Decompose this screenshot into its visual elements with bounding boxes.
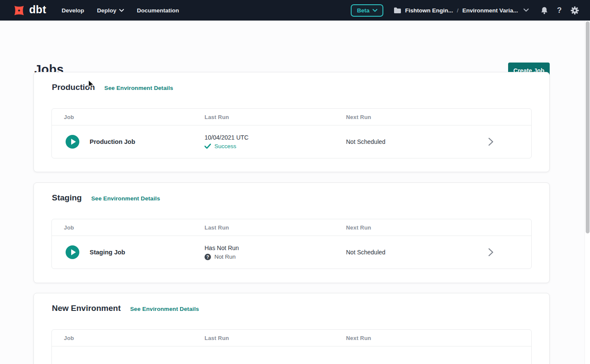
column-header-next-run: Next Run	[346, 219, 371, 236]
success-check-icon	[205, 144, 211, 149]
job-row-production[interactable]: Production Job 10/04/2021 UTC Success No…	[52, 125, 531, 158]
job-name: Staging Job	[90, 236, 125, 269]
jobs-table-header: Job Last Run Next Run	[52, 109, 531, 125]
environment-name: Staging	[52, 193, 82, 203]
see-environment-details-link[interactable]: See Environment Details	[104, 85, 173, 91]
chevron-right-icon[interactable]	[488, 248, 494, 257]
environment-card-new-environment: New Environment See Environment Details …	[33, 293, 550, 364]
empty-jobs-area	[52, 346, 531, 364]
environment-card-production: Production See Environment Details Job L…	[33, 72, 550, 172]
environment-name: New Environment	[52, 304, 120, 313]
play-icon	[71, 139, 76, 145]
jobs-table-header: Job Last Run Next Run	[52, 330, 531, 346]
breadcrumb[interactable]: Fishtown Engin... / Environment Varia...	[394, 7, 529, 14]
beta-dropdown[interactable]: Beta	[351, 4, 383, 17]
main-content: Jobs Create Job Production See Environme…	[0, 21, 590, 364]
nav-item-label: Deploy	[97, 7, 116, 14]
job-row-staging[interactable]: Staging Job Has Not Run ? Not Run Not Sc…	[52, 236, 531, 269]
see-environment-details-link[interactable]: See Environment Details	[130, 306, 199, 312]
run-job-button[interactable]	[66, 135, 79, 149]
chevron-down-icon	[119, 9, 124, 12]
last-run-cell: 10/04/2021 UTC Success	[205, 133, 249, 151]
column-header-last-run: Last Run	[205, 109, 229, 125]
jobs-table: Job Last Run Next Run Staging Job Has No…	[51, 219, 532, 269]
next-run-cell: Not Scheduled	[346, 236, 385, 269]
help-icon[interactable]: ?	[557, 6, 562, 14]
jobs-table-header: Job Last Run Next Run	[52, 219, 531, 236]
column-header-next-run: Next Run	[346, 109, 371, 125]
notifications-bell-icon[interactable]	[541, 6, 548, 15]
scrollbar-track[interactable]	[584, 21, 590, 364]
chevron-right-icon[interactable]	[488, 137, 494, 146]
status-badge: Success	[214, 142, 236, 151]
last-run-cell: Has Not Run ? Not Run	[205, 244, 239, 261]
column-header-last-run: Last Run	[205, 219, 229, 236]
chevron-down-icon	[373, 9, 377, 12]
column-header-last-run: Last Run	[205, 330, 229, 346]
beta-label: Beta	[357, 7, 369, 14]
column-header-job: Job	[64, 109, 74, 125]
see-environment-details-link[interactable]: See Environment Details	[91, 195, 160, 202]
next-run-cell: Not Scheduled	[346, 125, 385, 158]
top-nav: dbt Develop Deploy Documentation Beta	[0, 0, 590, 21]
play-icon	[71, 249, 76, 255]
question-circle-icon: ?	[205, 254, 211, 260]
last-run-date: 10/04/2021 UTC	[205, 133, 249, 142]
column-header-job: Job	[64, 219, 74, 236]
brand-name: dbt	[29, 4, 46, 16]
column-header-next-run: Next Run	[346, 330, 371, 346]
breadcrumb-separator: /	[457, 7, 458, 14]
run-job-button[interactable]	[66, 245, 79, 259]
environment-card-staging: Staging See Environment Details Job Last…	[33, 182, 550, 283]
nav-item-deploy[interactable]: Deploy	[97, 7, 124, 14]
last-run-date: Has Not Run	[205, 244, 239, 252]
breadcrumb-section: Environment Varia...	[462, 7, 518, 14]
breadcrumb-project: Fishtown Engin...	[405, 7, 453, 14]
column-header-job: Job	[64, 330, 74, 346]
chevron-down-icon[interactable]	[524, 9, 529, 12]
environment-name: Production	[52, 83, 95, 92]
scrollbar-thumb[interactable]	[586, 21, 590, 233]
status-badge: Not Run	[214, 253, 236, 261]
jobs-table: Job Last Run Next Run	[51, 329, 532, 364]
job-name: Production Job	[90, 125, 135, 158]
gear-icon[interactable]	[571, 6, 579, 15]
jobs-table: Job Last Run Next Run Production Job 10/…	[51, 108, 532, 158]
nav-item-develop[interactable]: Develop	[62, 7, 84, 14]
nav-item-label: Documentation	[137, 7, 179, 14]
folder-icon	[394, 7, 401, 13]
nav-item-documentation[interactable]: Documentation	[137, 7, 179, 14]
dbt-logo[interactable]: dbt	[12, 3, 46, 18]
dbt-logo-icon	[12, 3, 26, 18]
nav-item-label: Develop	[62, 7, 84, 14]
